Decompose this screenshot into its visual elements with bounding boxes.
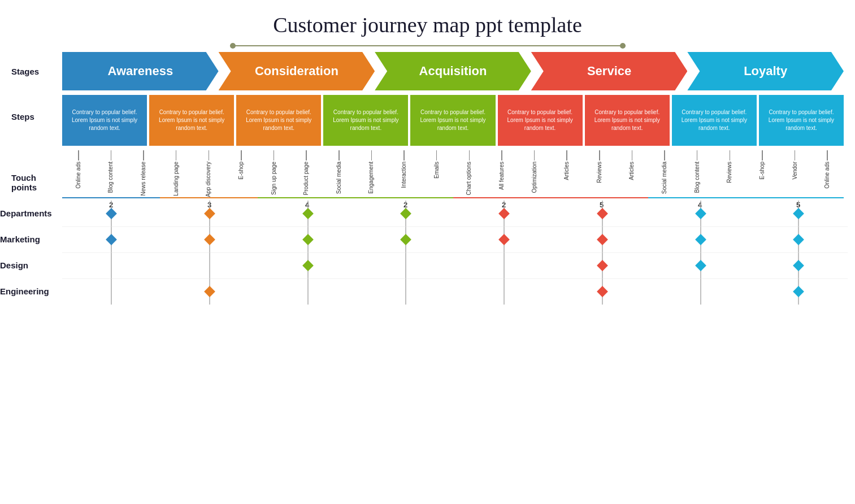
dept-rows-container: Departments Marketing Design Engineering — [62, 201, 844, 308]
diamond-mkt-cyan1 — [695, 234, 706, 245]
diamond-design-cyan2 — [793, 260, 804, 271]
num-5-red: 5 — [600, 201, 604, 209]
stage-acquisition: Acquisition — [375, 52, 531, 90]
diamond-design-cyan1 — [695, 260, 706, 271]
step-box-1: Contrary to popular belief. Lorem Ipsum … — [62, 95, 147, 146]
diamond-dept-cyan1 — [695, 208, 706, 219]
page-title: Customer journey map ppt template — [0, 0, 855, 43]
step-box-8: Contrary to popular belief. Lorem Ipsum … — [672, 95, 757, 146]
tp-group-acquisition-1: Sign up page Product page Social media — [258, 150, 355, 198]
tp-group-awareness: Online ads Blog content News release — [62, 150, 160, 198]
diamond-eng-cyan2 — [793, 286, 804, 297]
diamond-mkt-red1 — [498, 234, 510, 245]
stage-awareness: Awareness — [62, 52, 219, 90]
steps-boxes: Contrary to popular belief. Lorem Ipsum … — [62, 95, 844, 146]
stages-row: Stages Awareness Consideration Acquisiti… — [0, 52, 855, 90]
tp-landing-page: Landing page — [168, 150, 184, 197]
tp-interaction: Interaction — [396, 150, 412, 197]
diamond-eng-orange — [204, 286, 215, 297]
tp-online-ads-2: Online ads — [819, 150, 835, 197]
diamond-design-red2 — [597, 260, 608, 271]
diamond-mkt-red2 — [597, 234, 608, 245]
diamond-dept-red1 — [498, 208, 510, 219]
diamond-dept-green1 — [302, 208, 314, 219]
timeline-line — [0, 45, 855, 46]
step-box-6: Contrary to popular belief. Lorem Ipsum … — [498, 95, 583, 146]
tp-online-ads: Online ads — [71, 150, 86, 197]
step-box-4: Contrary to popular belief. Lorem Ipsum … — [323, 95, 408, 146]
touchpoints-groups: Online ads Blog content News release Lan… — [62, 150, 844, 198]
diamond-dept-orange — [204, 208, 215, 219]
diamond-mkt-blue — [106, 234, 117, 245]
stage-loyalty: Loyalty — [687, 52, 844, 90]
tp-engagement: Engagement — [363, 150, 379, 197]
step-box-7: Contrary to popular belief. Lorem Ipsum … — [585, 95, 670, 146]
stage-consideration: Consideration — [219, 52, 375, 90]
tp-blog-content-2: Blog content — [689, 150, 705, 197]
stages-label: Stages — [11, 67, 62, 76]
tp-social-media-1: Social media — [331, 150, 347, 197]
tp-group-loyalty-2: E-shop Vendor Online ads — [746, 150, 844, 198]
label-marketing: Marketing — [0, 227, 57, 253]
dept-chart: 2 3 4 2 2 — [62, 201, 848, 308]
tp-reviews-2: Reviews — [722, 150, 737, 197]
label-design: Design — [0, 253, 57, 279]
tp-eshop-1: E-shop — [233, 150, 249, 197]
tp-social-media-2: Social media — [657, 150, 672, 197]
tp-news-release: News release — [136, 150, 151, 197]
diamond-mkt-cyan2 — [793, 234, 804, 245]
tp-reviews-1: Reviews — [592, 150, 607, 197]
diamond-mkt-green2 — [400, 234, 411, 245]
diamond-dept-cyan2 — [793, 208, 804, 219]
step-box-3: Contrary to popular belief. Lorem Ipsum … — [236, 95, 321, 146]
num-4-cyan: 4 — [698, 201, 702, 209]
diamond-dept-green2 — [400, 208, 411, 219]
tp-emails: Emails — [429, 150, 445, 197]
tp-articles-2: Articles — [624, 150, 640, 197]
tp-group-service-2: Articles Reviews Articles — [550, 150, 648, 198]
diamond-eng-red2 — [597, 286, 608, 297]
stage-service: Service — [531, 52, 688, 90]
step-box-9: Contrary to popular belief. Lorem Ipsum … — [759, 95, 844, 146]
tp-blog-content-1: Blog content — [103, 150, 119, 197]
tp-signup-page: Sign up page — [266, 150, 282, 197]
tp-product-page: Product page — [298, 150, 314, 197]
tp-optimization: Optimization — [527, 150, 542, 197]
steps-label: Steps — [11, 95, 62, 121]
diamond-dept-red2 — [597, 208, 608, 219]
departments-section: Departments Marketing Design Engineering — [0, 201, 855, 308]
tp-group-acquisition-2: Engagement Interaction Emails — [355, 150, 453, 198]
step-box-5: Contrary to popular belief. Lorem Ipsum … — [410, 95, 495, 146]
step-box-2: Contrary to popular belief. Lorem Ipsum … — [149, 95, 234, 146]
touchpoints-row: Touch points Online ads Blog content New… — [0, 150, 855, 198]
label-engineering: Engineering — [0, 279, 57, 305]
tp-group-loyalty-1: Social media Blog content Reviews — [648, 150, 746, 198]
tp-chart-options: Chart options — [461, 150, 477, 197]
stages-arrows: Awareness Consideration Acquisition Serv… — [62, 52, 844, 90]
num-4-green: 4 — [305, 201, 310, 209]
tp-eshop-2: E-shop — [754, 150, 770, 197]
diamond-mkt-green1 — [302, 234, 314, 245]
tp-group-consideration-1: Landing page App discovery E-shop — [160, 150, 258, 198]
tp-group-service-1: Chart options All features Optimization — [453, 150, 551, 198]
tp-all-features: All features — [494, 150, 510, 197]
label-departments: Departments — [0, 201, 57, 227]
diamond-design-green1 — [302, 260, 314, 271]
diamond-mkt-orange — [204, 234, 215, 245]
tp-vendor: Vendor — [787, 150, 803, 197]
dept-labels: Departments Marketing Design Engineering — [0, 201, 57, 305]
tp-app-discovery: App discovery — [201, 150, 216, 197]
diamond-dept-blue — [106, 208, 117, 219]
touchpoints-label: Touch points — [11, 150, 62, 192]
steps-row: Steps Contrary to popular belief. Lorem … — [0, 95, 855, 146]
tp-articles-1: Articles — [559, 150, 575, 197]
